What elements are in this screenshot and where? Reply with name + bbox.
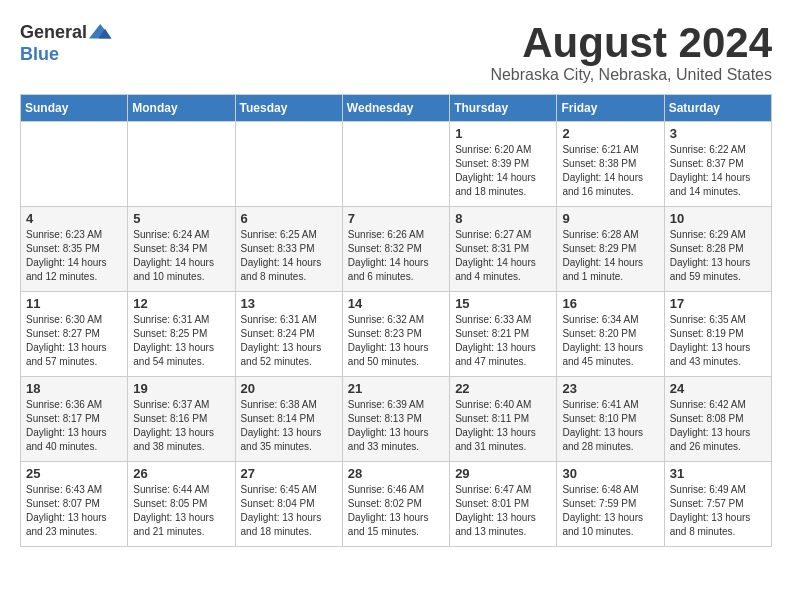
calendar-cell: 9Sunrise: 6:28 AM Sunset: 8:29 PM Daylig… — [557, 207, 664, 292]
day-info: Sunrise: 6:36 AM Sunset: 8:17 PM Dayligh… — [26, 398, 122, 454]
week-row-3: 11Sunrise: 6:30 AM Sunset: 8:27 PM Dayli… — [21, 292, 772, 377]
calendar-cell: 11Sunrise: 6:30 AM Sunset: 8:27 PM Dayli… — [21, 292, 128, 377]
day-info: Sunrise: 6:38 AM Sunset: 8:14 PM Dayligh… — [241, 398, 337, 454]
day-info: Sunrise: 6:25 AM Sunset: 8:33 PM Dayligh… — [241, 228, 337, 284]
calendar-cell: 18Sunrise: 6:36 AM Sunset: 8:17 PM Dayli… — [21, 377, 128, 462]
calendar-cell: 5Sunrise: 6:24 AM Sunset: 8:34 PM Daylig… — [128, 207, 235, 292]
week-row-4: 18Sunrise: 6:36 AM Sunset: 8:17 PM Dayli… — [21, 377, 772, 462]
day-number: 18 — [26, 381, 122, 396]
day-number: 6 — [241, 211, 337, 226]
day-number: 3 — [670, 126, 766, 141]
calendar-table: SundayMondayTuesdayWednesdayThursdayFrid… — [20, 94, 772, 547]
calendar-cell: 4Sunrise: 6:23 AM Sunset: 8:35 PM Daylig… — [21, 207, 128, 292]
day-number: 20 — [241, 381, 337, 396]
header-thursday: Thursday — [450, 95, 557, 122]
day-info: Sunrise: 6:33 AM Sunset: 8:21 PM Dayligh… — [455, 313, 551, 369]
day-number: 23 — [562, 381, 658, 396]
day-number: 19 — [133, 381, 229, 396]
day-info: Sunrise: 6:43 AM Sunset: 8:07 PM Dayligh… — [26, 483, 122, 539]
calendar-cell: 13Sunrise: 6:31 AM Sunset: 8:24 PM Dayli… — [235, 292, 342, 377]
logo-blue-text: Blue — [20, 44, 59, 65]
calendar-cell: 25Sunrise: 6:43 AM Sunset: 8:07 PM Dayli… — [21, 462, 128, 547]
day-info: Sunrise: 6:47 AM Sunset: 8:01 PM Dayligh… — [455, 483, 551, 539]
calendar-cell: 24Sunrise: 6:42 AM Sunset: 8:08 PM Dayli… — [664, 377, 771, 462]
calendar-cell: 12Sunrise: 6:31 AM Sunset: 8:25 PM Dayli… — [128, 292, 235, 377]
day-number: 21 — [348, 381, 444, 396]
logo: General Blue — [20, 20, 113, 65]
day-info: Sunrise: 6:21 AM Sunset: 8:38 PM Dayligh… — [562, 143, 658, 199]
calendar-cell: 17Sunrise: 6:35 AM Sunset: 8:19 PM Dayli… — [664, 292, 771, 377]
day-info: Sunrise: 6:32 AM Sunset: 8:23 PM Dayligh… — [348, 313, 444, 369]
day-number: 12 — [133, 296, 229, 311]
day-info: Sunrise: 6:31 AM Sunset: 8:25 PM Dayligh… — [133, 313, 229, 369]
day-info: Sunrise: 6:39 AM Sunset: 8:13 PM Dayligh… — [348, 398, 444, 454]
day-info: Sunrise: 6:49 AM Sunset: 7:57 PM Dayligh… — [670, 483, 766, 539]
calendar-cell: 14Sunrise: 6:32 AM Sunset: 8:23 PM Dayli… — [342, 292, 449, 377]
day-number: 14 — [348, 296, 444, 311]
day-info: Sunrise: 6:31 AM Sunset: 8:24 PM Dayligh… — [241, 313, 337, 369]
day-number: 11 — [26, 296, 122, 311]
day-info: Sunrise: 6:29 AM Sunset: 8:28 PM Dayligh… — [670, 228, 766, 284]
day-number: 9 — [562, 211, 658, 226]
calendar-cell: 2Sunrise: 6:21 AM Sunset: 8:38 PM Daylig… — [557, 122, 664, 207]
day-info: Sunrise: 6:24 AM Sunset: 8:34 PM Dayligh… — [133, 228, 229, 284]
day-info: Sunrise: 6:22 AM Sunset: 8:37 PM Dayligh… — [670, 143, 766, 199]
calendar-cell: 15Sunrise: 6:33 AM Sunset: 8:21 PM Dayli… — [450, 292, 557, 377]
calendar-cell: 8Sunrise: 6:27 AM Sunset: 8:31 PM Daylig… — [450, 207, 557, 292]
day-number: 22 — [455, 381, 551, 396]
day-info: Sunrise: 6:44 AM Sunset: 8:05 PM Dayligh… — [133, 483, 229, 539]
day-number: 24 — [670, 381, 766, 396]
header-tuesday: Tuesday — [235, 95, 342, 122]
week-row-2: 4Sunrise: 6:23 AM Sunset: 8:35 PM Daylig… — [21, 207, 772, 292]
calendar-cell: 22Sunrise: 6:40 AM Sunset: 8:11 PM Dayli… — [450, 377, 557, 462]
day-number: 13 — [241, 296, 337, 311]
day-info: Sunrise: 6:42 AM Sunset: 8:08 PM Dayligh… — [670, 398, 766, 454]
header-friday: Friday — [557, 95, 664, 122]
calendar-cell: 16Sunrise: 6:34 AM Sunset: 8:20 PM Dayli… — [557, 292, 664, 377]
calendar-cell: 26Sunrise: 6:44 AM Sunset: 8:05 PM Dayli… — [128, 462, 235, 547]
day-info: Sunrise: 6:37 AM Sunset: 8:16 PM Dayligh… — [133, 398, 229, 454]
day-info: Sunrise: 6:35 AM Sunset: 8:19 PM Dayligh… — [670, 313, 766, 369]
day-number: 30 — [562, 466, 658, 481]
location-subtitle: Nebraska City, Nebraska, United States — [490, 66, 772, 84]
day-info: Sunrise: 6:28 AM Sunset: 8:29 PM Dayligh… — [562, 228, 658, 284]
calendar-cell: 27Sunrise: 6:45 AM Sunset: 8:04 PM Dayli… — [235, 462, 342, 547]
header-row: SundayMondayTuesdayWednesdayThursdayFrid… — [21, 95, 772, 122]
header-monday: Monday — [128, 95, 235, 122]
logo-icon — [89, 20, 113, 44]
calendar-cell — [21, 122, 128, 207]
day-info: Sunrise: 6:46 AM Sunset: 8:02 PM Dayligh… — [348, 483, 444, 539]
calendar-cell: 1Sunrise: 6:20 AM Sunset: 8:39 PM Daylig… — [450, 122, 557, 207]
day-info: Sunrise: 6:26 AM Sunset: 8:32 PM Dayligh… — [348, 228, 444, 284]
header-wednesday: Wednesday — [342, 95, 449, 122]
day-number: 17 — [670, 296, 766, 311]
page-header: General Blue August 2024 Nebraska City, … — [20, 20, 772, 84]
calendar-cell: 21Sunrise: 6:39 AM Sunset: 8:13 PM Dayli… — [342, 377, 449, 462]
day-number: 8 — [455, 211, 551, 226]
calendar-cell: 10Sunrise: 6:29 AM Sunset: 8:28 PM Dayli… — [664, 207, 771, 292]
day-info: Sunrise: 6:30 AM Sunset: 8:27 PM Dayligh… — [26, 313, 122, 369]
calendar-cell — [128, 122, 235, 207]
day-info: Sunrise: 6:40 AM Sunset: 8:11 PM Dayligh… — [455, 398, 551, 454]
day-number: 15 — [455, 296, 551, 311]
day-info: Sunrise: 6:45 AM Sunset: 8:04 PM Dayligh… — [241, 483, 337, 539]
day-info: Sunrise: 6:34 AM Sunset: 8:20 PM Dayligh… — [562, 313, 658, 369]
day-number: 16 — [562, 296, 658, 311]
week-row-5: 25Sunrise: 6:43 AM Sunset: 8:07 PM Dayli… — [21, 462, 772, 547]
day-number: 7 — [348, 211, 444, 226]
calendar-cell — [235, 122, 342, 207]
header-sunday: Sunday — [21, 95, 128, 122]
calendar-cell: 23Sunrise: 6:41 AM Sunset: 8:10 PM Dayli… — [557, 377, 664, 462]
day-number: 10 — [670, 211, 766, 226]
calendar-cell: 28Sunrise: 6:46 AM Sunset: 8:02 PM Dayli… — [342, 462, 449, 547]
day-number: 5 — [133, 211, 229, 226]
day-number: 1 — [455, 126, 551, 141]
calendar-cell: 19Sunrise: 6:37 AM Sunset: 8:16 PM Dayli… — [128, 377, 235, 462]
day-number: 4 — [26, 211, 122, 226]
day-number: 27 — [241, 466, 337, 481]
day-number: 2 — [562, 126, 658, 141]
month-title: August 2024 — [490, 20, 772, 66]
day-number: 29 — [455, 466, 551, 481]
title-area: August 2024 Nebraska City, Nebraska, Uni… — [490, 20, 772, 84]
calendar-cell: 31Sunrise: 6:49 AM Sunset: 7:57 PM Dayli… — [664, 462, 771, 547]
